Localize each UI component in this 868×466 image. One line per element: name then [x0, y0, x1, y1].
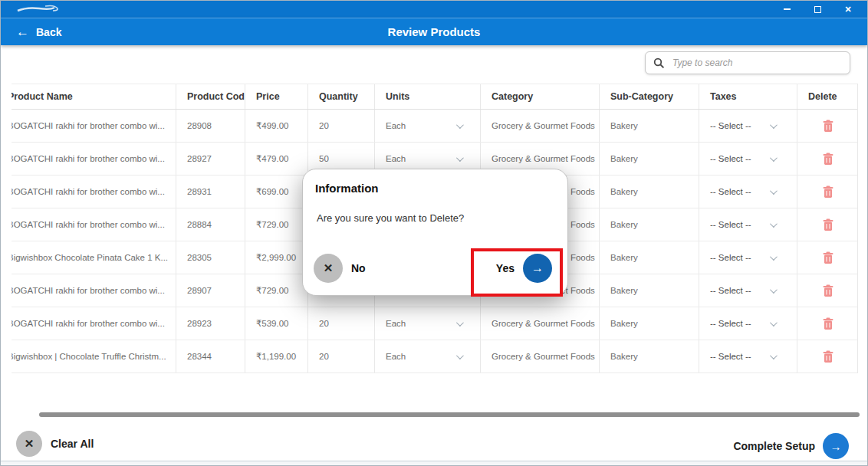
units-dropdown[interactable]: Each: [374, 307, 480, 340]
price-cell: ₹499.00: [245, 110, 307, 142]
product-code-cell: 28923: [176, 307, 245, 340]
chevron-down-icon: [770, 220, 778, 228]
product-name-cell: BOGATCHI rakhi for brother combo wi...: [12, 307, 176, 340]
trash-icon: [823, 218, 833, 231]
delete-row-button[interactable]: [797, 176, 858, 208]
product-code-cell: 28884: [176, 208, 245, 241]
product-name-cell: BOGATCHI rakhi for brother combo wi...: [12, 110, 176, 142]
column-header-quantity: Quantity: [307, 84, 374, 109]
dialog-actions: ✕ No Yes →: [314, 254, 552, 283]
sub-category-cell: Bakery: [599, 340, 699, 372]
quantity-cell[interactable]: 20: [307, 307, 374, 340]
chevron-down-icon: [456, 121, 464, 129]
trash-icon: [823, 284, 833, 297]
trash-icon: [823, 120, 833, 133]
chevron-down-icon: [456, 352, 464, 359]
yes-arrow-icon: →: [523, 254, 552, 283]
window-controls: ✕: [781, 1, 867, 18]
information-dialog: Information Are you sure you want to Del…: [302, 169, 568, 296]
product-code-cell: 28344: [176, 340, 245, 372]
price-cell: ₹479.00: [245, 143, 307, 175]
app-window: ✕ ← Back Review Products Product Name Pr…: [0, 0, 868, 466]
column-header-delete: Delete: [797, 84, 858, 109]
close-icon[interactable]: ✕: [843, 4, 853, 15]
clear-all-cross-icon: ✕: [16, 431, 42, 457]
chevron-down-icon: [456, 154, 464, 162]
search-input[interactable]: [672, 57, 842, 68]
yes-label: Yes: [496, 262, 515, 274]
price-cell: ₹699.00: [245, 176, 307, 208]
quantity-cell[interactable]: 20: [307, 110, 374, 142]
product-code-cell: 28908: [176, 110, 245, 142]
column-header-price: Price: [245, 84, 307, 109]
sub-category-cell: Bakery: [599, 110, 699, 142]
complete-setup-label: Complete Setup: [733, 440, 815, 452]
app-logo-icon: [16, 4, 61, 15]
taxes-dropdown[interactable]: -- Select --: [699, 340, 797, 372]
no-button[interactable]: ✕ No: [314, 254, 366, 283]
sub-category-cell: Bakery: [599, 143, 699, 175]
complete-setup-arrow-icon: →: [823, 433, 849, 459]
sub-category-cell: Bakery: [599, 176, 699, 208]
category-cell: Grocery & Gourmet Foods: [480, 340, 599, 372]
units-dropdown[interactable]: Each: [374, 340, 480, 372]
app-header: ← Back Review Products: [1, 18, 867, 45]
horizontal-scrollbar[interactable]: [39, 412, 860, 417]
units-dropdown[interactable]: Each: [374, 110, 480, 142]
delete-row-button[interactable]: [797, 340, 858, 372]
product-code-cell: 28931: [176, 176, 245, 208]
delete-row-button[interactable]: [797, 143, 858, 175]
taxes-dropdown[interactable]: -- Select --: [699, 208, 797, 241]
category-cell: Grocery & Gourmet Foods: [480, 110, 599, 142]
product-code-cell: 28305: [176, 241, 245, 274]
delete-row-button[interactable]: [797, 241, 858, 274]
sub-category-cell: Bakery: [599, 274, 699, 307]
taxes-dropdown[interactable]: -- Select --: [699, 176, 797, 208]
back-label: Back: [36, 26, 61, 38]
title-bar: ✕: [1, 1, 867, 18]
taxes-dropdown[interactable]: -- Select --: [699, 241, 797, 274]
complete-setup-button[interactable]: Complete Setup →: [733, 433, 849, 459]
trash-icon: [823, 153, 833, 166]
delete-row-button[interactable]: [797, 307, 858, 340]
window-bottom-edge: [1, 461, 867, 466]
page-title: Review Products: [1, 25, 867, 38]
taxes-dropdown[interactable]: -- Select --: [699, 110, 797, 142]
product-name-cell: BOGATCHI rakhi for brother combo wi...: [12, 143, 176, 175]
taxes-dropdown[interactable]: -- Select --: [699, 307, 797, 340]
trash-icon: [823, 251, 833, 264]
product-name-cell: BOGATCHI rakhi for brother combo wi...: [12, 176, 176, 208]
table-row: Bigwishbox | Chocolate Truffle Christm..…: [12, 340, 857, 373]
delete-row-button[interactable]: [797, 274, 858, 307]
search-icon: [653, 57, 665, 69]
column-header-sub-category: Sub-Category: [599, 84, 699, 109]
column-header-category: Category: [480, 84, 599, 109]
delete-row-button[interactable]: [797, 110, 858, 142]
clear-all-label: Clear All: [51, 438, 94, 450]
column-header-units: Units: [374, 84, 480, 109]
maximize-icon[interactable]: [812, 4, 823, 15]
product-code-cell: 28927: [176, 143, 245, 175]
table-row: BOGATCHI rakhi for brother combo wi... 2…: [12, 110, 857, 143]
search-box[interactable]: [645, 51, 850, 74]
minimize-icon[interactable]: [781, 4, 792, 15]
delete-row-button[interactable]: [797, 208, 858, 241]
table-row: BOGATCHI rakhi for brother combo wi... 2…: [12, 307, 857, 340]
table-header-row: Product Name Product Code Price Quantity…: [12, 84, 857, 110]
product-code-cell: 28907: [176, 274, 245, 307]
back-arrow-icon: ←: [16, 25, 29, 38]
taxes-dropdown[interactable]: -- Select --: [699, 274, 797, 307]
clear-all-button[interactable]: ✕ Clear All: [16, 431, 94, 457]
dialog-title: Information: [315, 182, 379, 195]
chevron-down-icon: [770, 187, 778, 195]
sub-category-cell: Bakery: [599, 241, 699, 274]
back-button[interactable]: ← Back: [16, 25, 61, 38]
product-name-cell: Bigwishbox | Chocolate Truffle Christm..…: [12, 340, 176, 372]
chevron-down-icon: [770, 121, 778, 129]
quantity-cell[interactable]: 20: [307, 340, 374, 372]
trash-icon: [823, 350, 833, 363]
price-cell: ₹729.00: [245, 208, 307, 241]
taxes-dropdown[interactable]: -- Select --: [699, 143, 797, 175]
yes-button[interactable]: Yes →: [496, 254, 552, 283]
product-name-cell: BOGATCHI rakhi for brother combo wi...: [12, 274, 176, 307]
